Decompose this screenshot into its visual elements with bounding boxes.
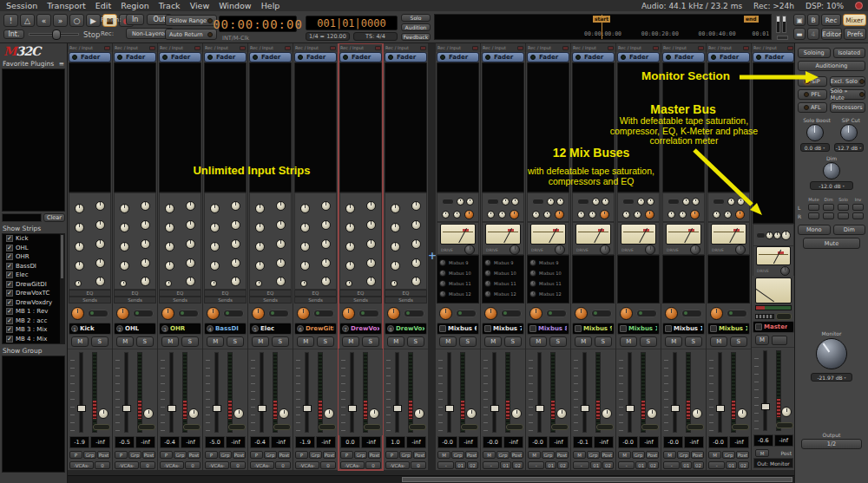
gain-mode-pill[interactable] <box>358 310 379 317</box>
gain-mode-pill[interactable] <box>178 310 199 317</box>
menu-item-transport[interactable]: Transport <box>47 1 86 10</box>
strip-name-box[interactable]: 3 OHR <box>159 323 201 335</box>
pan-mode-pill[interactable] <box>641 424 659 430</box>
fader-track[interactable] <box>673 352 677 433</box>
send-knob[interactable] <box>529 259 536 266</box>
group-tabs-button[interactable]: 4 <box>807 28 819 40</box>
peak-display[interactable]: -inf <box>549 436 569 448</box>
eq-in-button[interactable] <box>532 199 544 205</box>
eq-knob[interactable] <box>622 211 630 219</box>
vca-count-button[interactable]: 0 <box>365 461 381 469</box>
record-enable-button[interactable] <box>653 46 659 50</box>
strip-list-item[interactable]: ✓MB 2 : acc <box>3 317 64 326</box>
rec-input-label[interactable]: Rec / Input <box>250 45 273 50</box>
eq-knob[interactable] <box>95 220 105 230</box>
pan-knob[interactable] <box>466 408 477 419</box>
menu-item-window[interactable]: Window <box>219 1 251 10</box>
timecode-clock[interactable]: 00:00:00:00 <box>219 16 297 32</box>
eq-gain-knob[interactable] <box>735 210 745 219</box>
solo-button[interactable]: S <box>549 336 567 347</box>
output-1-button[interactable]: 01 <box>726 461 737 469</box>
pan-knob[interactable] <box>369 408 379 419</box>
plugin-search-input[interactable] <box>2 213 42 222</box>
follow-range-button[interactable]: Follow Range <box>165 15 217 26</box>
midi-panic-button[interactable]: ! <box>3 14 18 27</box>
mute-l-button[interactable] <box>808 204 819 211</box>
pan-mode-pill[interactable] <box>732 424 749 430</box>
peak-display[interactable]: -inf <box>361 436 381 448</box>
eq-in-button[interactable] <box>622 199 635 205</box>
pan-mode-pill[interactable] <box>596 424 614 430</box>
menu-item-track[interactable]: Track <box>159 1 181 10</box>
dim-button[interactable]: Dim <box>833 225 866 235</box>
eq-knob[interactable] <box>502 198 510 206</box>
fader-track[interactable] <box>79 352 83 433</box>
fader-view-button[interactable]: Fader <box>662 52 705 62</box>
play-button[interactable]: ▶ <box>86 14 101 27</box>
strip-list-item[interactable]: ✓MB 4 : Mix <box>3 335 64 344</box>
strip-name[interactable]: Mixbus 12 <box>719 325 747 332</box>
pan-knob[interactable] <box>233 408 244 419</box>
isolated-button[interactable]: Isolated <box>833 48 866 58</box>
mixer-horizontal-scrollbar[interactable] <box>68 475 794 483</box>
pan-mode-pill[interactable] <box>687 424 704 430</box>
drive-knob[interactable] <box>735 245 746 255</box>
eq-gain-knob[interactable] <box>690 210 700 219</box>
eq-knob[interactable] <box>300 223 310 232</box>
record-enable-button[interactable] <box>562 46 569 50</box>
mute-button[interactable]: M <box>755 449 769 457</box>
vca-assign-button[interactable]: -VCAs- <box>69 461 94 469</box>
rec-input-label[interactable]: Rec / Input <box>437 45 461 50</box>
strip-list-item[interactable]: ✓DrewGitDI <box>3 280 64 290</box>
eq-knob[interactable] <box>141 258 150 268</box>
eq-knob[interactable] <box>75 242 84 251</box>
eq-knob[interactable] <box>532 211 540 219</box>
strip-name[interactable]: Master <box>764 323 787 330</box>
strip-list-item[interactable]: ✓DrewVoxdry <box>3 298 64 308</box>
gain-knob[interactable] <box>71 307 84 320</box>
strip-name[interactable]: Mixbus 11 <box>674 325 702 332</box>
group-button[interactable]: Grp <box>128 451 141 459</box>
goto-start-button[interactable]: « <box>36 14 51 27</box>
solo-boost-knob[interactable] <box>806 124 824 141</box>
fader-view-button[interactable]: Fader <box>204 52 247 62</box>
fader-track[interactable] <box>350 352 354 433</box>
solo-button[interactable]: S <box>504 336 522 347</box>
strip-visible-checkbox[interactable]: ✓ <box>6 271 13 278</box>
send-knob[interactable] <box>529 270 536 277</box>
eq-knob[interactable] <box>602 198 609 206</box>
strip-name[interactable]: Elec <box>260 325 274 332</box>
strip-name-box[interactable]: Mixbus 11 <box>662 323 705 335</box>
fader-track[interactable] <box>447 352 451 433</box>
pan-knob[interactable] <box>737 408 747 419</box>
b-button[interactable]: B <box>807 14 819 26</box>
metering-point-button[interactable]: Post <box>142 451 155 459</box>
output-2-button[interactable]: 02 <box>738 461 749 469</box>
gain-knob[interactable] <box>620 307 633 320</box>
master-assign-button[interactable]: M <box>573 451 586 459</box>
eq-knob[interactable] <box>773 232 781 239</box>
send-row[interactable]: Mixbus 11 <box>439 278 477 289</box>
processor-box[interactable] <box>707 62 750 193</box>
video-window-button[interactable]: ▬ <box>793 28 806 40</box>
eq-knob[interactable] <box>186 220 195 230</box>
solo-indicator-button[interactable]: Solo <box>401 14 431 22</box>
strip-visible-checkbox[interactable]: ✓ <box>6 299 13 306</box>
output-1-button[interactable]: 01 <box>635 461 647 469</box>
pan-mode-pill[interactable] <box>364 424 381 430</box>
pan-knob[interactable] <box>188 408 199 419</box>
send-row[interactable]: Mixbus 12 <box>484 289 522 299</box>
mute-button[interactable]: M <box>387 336 404 347</box>
group-button[interactable]: Grp <box>309 451 322 459</box>
pan-knob[interactable] <box>556 408 567 419</box>
fader-handle[interactable] <box>122 405 131 412</box>
solo-button[interactable]: S <box>730 336 747 347</box>
strip-name[interactable]: OHR <box>170 325 185 332</box>
eq-knob[interactable] <box>165 204 174 213</box>
vca-assign-button[interactable]: -VCAs- <box>385 461 410 469</box>
eq-knob[interactable] <box>95 258 105 268</box>
exclusive-solo-button[interactable]: Excl. Solo <box>830 76 865 87</box>
pan-knob[interactable] <box>692 408 702 419</box>
mute-button[interactable]: M <box>710 336 727 347</box>
gain-knob[interactable] <box>439 307 452 320</box>
